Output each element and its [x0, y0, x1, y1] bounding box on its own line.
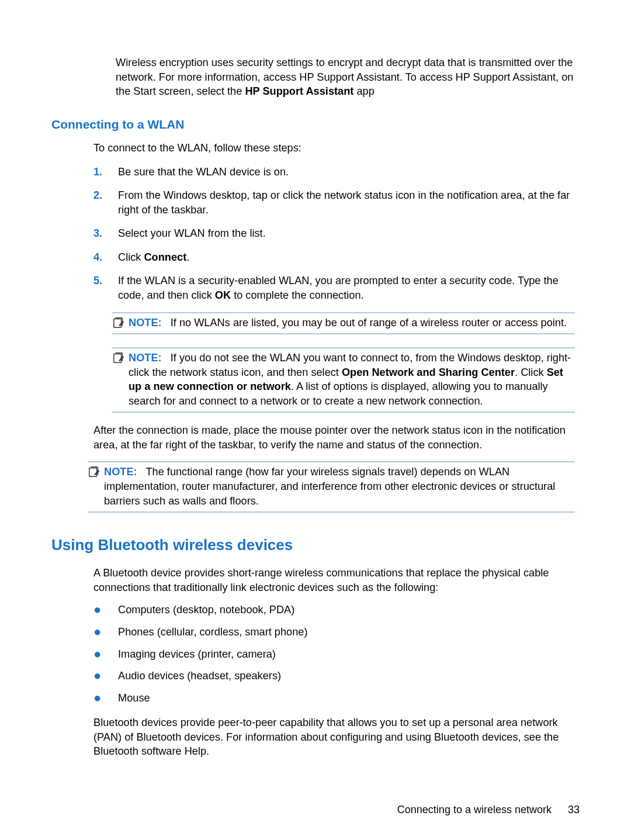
step-bold: Connect [144, 251, 186, 263]
note-2: NOTE: If you do not see the WLAN you wan… [112, 347, 575, 413]
note-body: NOTE: The functional range (how far your… [104, 465, 575, 508]
bt-bullets: ● Computers (desktop, notebook, PDA) ● P… [93, 603, 575, 705]
wlan-after: After the connection is made, place the … [93, 423, 575, 452]
wlan-intro: To connect to the WLAN, follow these ste… [93, 141, 575, 155]
bullet-dot-icon: ● [93, 647, 118, 662]
bullet-dot-icon: ● [93, 603, 118, 617]
bullet-text: Mouse [118, 691, 575, 706]
note-label: NOTE: [104, 466, 137, 478]
bullet-text: Phones (cellular, cordless, smart phone) [118, 625, 575, 639]
wlan-heading: Connecting to a WLAN [51, 116, 580, 133]
note-icon [112, 316, 129, 330]
footer-section: Connecting to a wireless network [397, 803, 552, 817]
step-5: 5. If the WLAN is a security-enabled WLA… [93, 274, 575, 302]
step-bold: OK [215, 289, 231, 301]
step-2: 2. From the Windows desktop, tap or clic… [93, 188, 575, 217]
intro-trail: app [353, 85, 374, 97]
step-text: Select your WLAN from the list. [118, 226, 575, 241]
note2-bold1: Open Network and Sharing Center [342, 367, 515, 378]
bt-para2: Bluetooth devices provide peer-to-peer c… [93, 715, 575, 759]
note-body: NOTE: If you do not see the WLAN you wan… [129, 351, 575, 408]
bullet-item: ● Computers (desktop, notebook, PDA) [93, 603, 575, 617]
intro-paragraph: Wireless encryption uses security settin… [116, 56, 575, 99]
bullet-text: Imaging devices (printer, camera) [118, 647, 575, 662]
note-label: NOTE: [129, 352, 162, 364]
note-3: NOTE: The functional range (how far your… [88, 461, 575, 513]
step-number: 2. [93, 188, 118, 217]
step-1: 1. Be sure that the WLAN device is on. [93, 165, 575, 179]
step-number: 3. [93, 226, 118, 241]
bt-intro: A Bluetooth device provides short-range … [93, 566, 575, 594]
note-icon [112, 351, 129, 408]
step-post: to complete the connection. [231, 289, 364, 301]
step-number: 4. [93, 250, 118, 265]
step-text: From the Windows desktop, tap or click t… [118, 188, 575, 217]
bullet-item: ● Audio devices (headset, speakers) [93, 669, 575, 683]
bullet-dot-icon: ● [93, 691, 118, 706]
bt-heading: Using Bluetooth wireless devices [51, 535, 580, 555]
page-footer: Connecting to a wireless network 33 [51, 803, 580, 817]
bullet-dot-icon: ● [93, 669, 118, 683]
bullet-item: ● Imaging devices (printer, camera) [93, 647, 575, 662]
note-body: NOTE: If no WLANs are listed, you may be… [129, 316, 575, 330]
svg-rect-1 [114, 354, 122, 363]
note-1: NOTE: If no WLANs are listed, you may be… [112, 312, 575, 335]
step-number: 5. [93, 274, 118, 302]
note-text: The functional range (how far your wirel… [104, 466, 555, 506]
note-icon [88, 465, 104, 508]
page-content: Wireless encryption uses security settin… [0, 0, 631, 759]
step-text: Click Connect. [118, 250, 575, 265]
step-3: 3. Select your WLAN from the list. [93, 226, 575, 241]
step-pre: Click [118, 251, 144, 263]
svg-rect-0 [114, 319, 122, 327]
step-text: If the WLAN is a security-enabled WLAN, … [118, 274, 575, 302]
note-text: If no WLANs are listed, you may be out o… [171, 317, 567, 329]
step-4: 4. Click Connect. [93, 250, 575, 265]
bullet-text: Computers (desktop, notebook, PDA) [118, 603, 575, 617]
bullet-dot-icon: ● [93, 625, 118, 639]
step-number: 1. [93, 165, 118, 179]
bullet-text: Audio devices (headset, speakers) [118, 669, 575, 683]
wlan-steps: 1. Be sure that the WLAN device is on. 2… [93, 165, 575, 303]
note-label: NOTE: [129, 317, 162, 329]
svg-rect-2 [89, 468, 97, 477]
bullet-item: ● Phones (cellular, cordless, smart phon… [93, 625, 575, 639]
note2-mid1: . Click [515, 367, 547, 378]
intro-bold: HP Support Assistant [245, 85, 353, 97]
footer-page-number: 33 [568, 803, 580, 817]
step-text: Be sure that the WLAN device is on. [118, 165, 575, 179]
bullet-item: ● Mouse [93, 691, 575, 706]
step-post: . [186, 251, 189, 263]
